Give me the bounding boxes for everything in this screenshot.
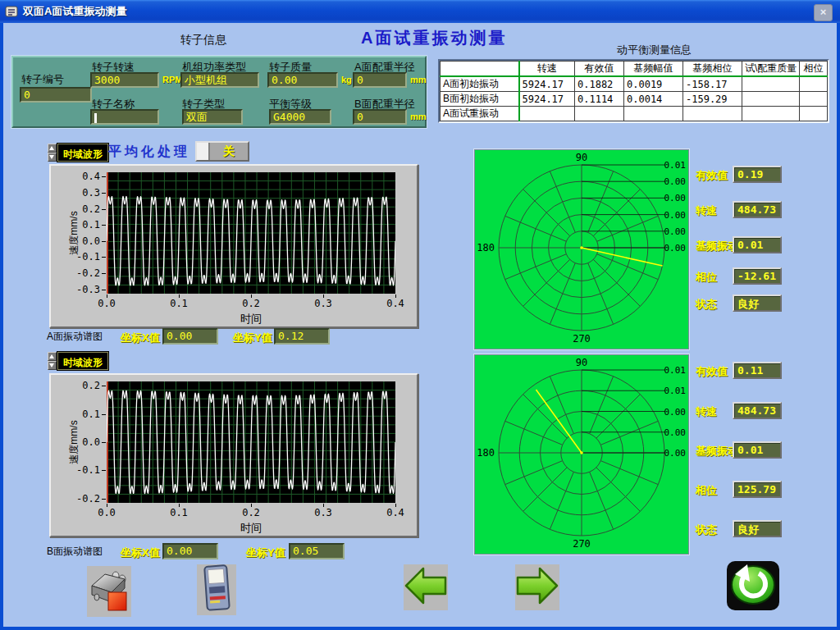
coord-y-label-b: 坐标Y值: [246, 546, 285, 560]
y-tick-mark: [102, 442, 106, 443]
toggle-state: 关: [210, 143, 248, 160]
y-tick-mark: [102, 193, 106, 194]
y-tick-mark: [102, 470, 106, 471]
unit-power-field[interactable]: 小型机组: [180, 72, 259, 88]
svg-text:0.01: 0.01: [664, 386, 687, 396]
x-tick-mark: [251, 504, 252, 507]
spin-down-icon[interactable]: [48, 153, 57, 162]
spin-down-icon[interactable]: [48, 361, 57, 370]
device-icon: [200, 564, 233, 615]
svg-text:0.00: 0.00: [664, 243, 687, 253]
x-tick-label: 0.1: [162, 507, 195, 518]
polar-chart-b: 0.010.010.000.000.0090180270: [474, 354, 689, 555]
rotor-info-title: 转子信息: [180, 33, 226, 48]
waveform-selector-b[interactable]: 时域波形: [48, 352, 108, 370]
svg-text:0.00: 0.00: [664, 176, 687, 187]
svg-text:180: 180: [477, 447, 495, 459]
x-tick-mark: [179, 294, 180, 298]
app-window: 双面A面试重振动测量 × 转子信息 A面试重振动测量 动平衡测量信息 转子编号 …: [0, 0, 840, 630]
selector-value[interactable]: 时域波形: [57, 144, 108, 162]
readout-label: 有效值: [696, 364, 728, 379]
y-axis-label: 速度mm/s: [67, 420, 81, 463]
table-header-cell: 转速: [519, 62, 575, 77]
close-button[interactable]: ×: [814, 4, 833, 21]
polar-plot-area: 0.010.010.000.000.0090180270: [475, 355, 688, 554]
x-tick-label: 0.4: [379, 298, 412, 309]
svg-text:0.01: 0.01: [664, 160, 687, 171]
selector-spinner: [48, 144, 57, 162]
rotor-name-field[interactable]: [90, 109, 159, 125]
waveform-selector-a[interactable]: 时域波形: [48, 144, 108, 162]
chip-icon: [90, 568, 128, 615]
readout-field: 良好: [733, 520, 782, 537]
table-header-cell: [441, 62, 519, 77]
waveform-chart-b: 0.20.10.0-0.1-0.20.00.10.20.30.4时间速度mm/s: [49, 373, 418, 537]
table-row-label: A面初始振动: [441, 76, 519, 92]
table-cell: 0.0019: [624, 76, 683, 92]
device-button[interactable]: [197, 564, 236, 615]
x-tick-label: 0.2: [235, 507, 267, 518]
coord-x-label-b: 坐标X值: [121, 546, 160, 560]
readout-label: 转速: [696, 404, 717, 419]
table-cell: 0.1882: [575, 76, 624, 92]
selector-value[interactable]: 时域波形: [57, 352, 108, 370]
rotor-id-field[interactable]: 0: [20, 87, 92, 103]
x-tick-mark: [323, 294, 324, 298]
refresh-icon: [726, 560, 780, 614]
spin-up-icon[interactable]: [48, 144, 57, 153]
x-tick-mark: [107, 294, 107, 298]
readout-field: 125.79: [733, 481, 782, 498]
x-tick-label: 0.0: [90, 298, 123, 309]
radius-a-field[interactable]: 0: [353, 72, 407, 88]
table-cell: [624, 107, 683, 121]
rotor-type-field[interactable]: 双面: [182, 109, 243, 125]
spin-up-icon[interactable]: [48, 352, 57, 361]
y-tick-mark: [102, 414, 106, 415]
green-arrow-right-icon: [516, 566, 559, 609]
table-header-cell: 有效值: [575, 62, 624, 77]
rotor-mass-field[interactable]: 0.00: [267, 72, 338, 88]
radius-b-unit: mm: [410, 112, 427, 121]
table-row-label: B面初始振动: [441, 92, 519, 107]
table-cell: 0.0014: [624, 92, 683, 107]
coord-x-label-a: 坐标X值: [121, 331, 160, 345]
chip-button[interactable]: [87, 566, 131, 617]
y-tick-label: 0.4: [67, 171, 100, 182]
table-cell: [519, 107, 575, 121]
balance-grade-field[interactable]: G4000: [269, 109, 331, 125]
x-tick-label: 0.2: [235, 298, 267, 309]
svg-text:0.00: 0.00: [664, 226, 687, 237]
rotor-speed-unit: RPM: [162, 75, 182, 84]
prev-button[interactable]: [404, 564, 448, 610]
y-tick-mark: [102, 290, 106, 290]
refresh-button[interactable]: [725, 561, 781, 614]
table-cell: 5924.17: [519, 92, 575, 107]
x-tick-mark: [251, 294, 252, 298]
radius-a-unit: mm: [410, 75, 427, 84]
svg-text:90: 90: [576, 152, 587, 163]
svg-text:0.00: 0.00: [664, 193, 687, 203]
radius-b-field[interactable]: 0: [353, 109, 407, 125]
table-cell: [575, 107, 624, 121]
green-arrow-left-icon: [404, 566, 447, 609]
rotor-mass-unit: kg: [341, 75, 352, 84]
selector-spinner: [48, 352, 57, 370]
averaging-toggle[interactable]: 关: [195, 141, 249, 162]
table-cell: 0.1114: [575, 92, 624, 107]
next-button[interactable]: [515, 564, 559, 610]
rotor-speed-field[interactable]: 3000: [90, 72, 159, 88]
y-tick-mark: [102, 225, 106, 226]
x-tick-label: 0.3: [307, 507, 340, 518]
readout-field: 484.73: [733, 402, 782, 419]
y-tick-mark: [102, 386, 106, 386]
coord-y-label-a: 坐标Y值: [233, 331, 272, 345]
svg-text:0.00: 0.00: [664, 448, 687, 459]
y-tick-label: -0.2: [67, 267, 100, 279]
svg-text:0.00: 0.00: [664, 407, 687, 418]
table-row-label: A面试重振动: [441, 107, 519, 121]
y-tick-label: 0.2: [67, 380, 100, 391]
chart-b-caption: B面振动谱图: [47, 545, 103, 559]
y-tick-mark: [102, 273, 106, 274]
text-caret: [94, 113, 97, 123]
coord-x-field-b: 0.00: [162, 543, 218, 559]
